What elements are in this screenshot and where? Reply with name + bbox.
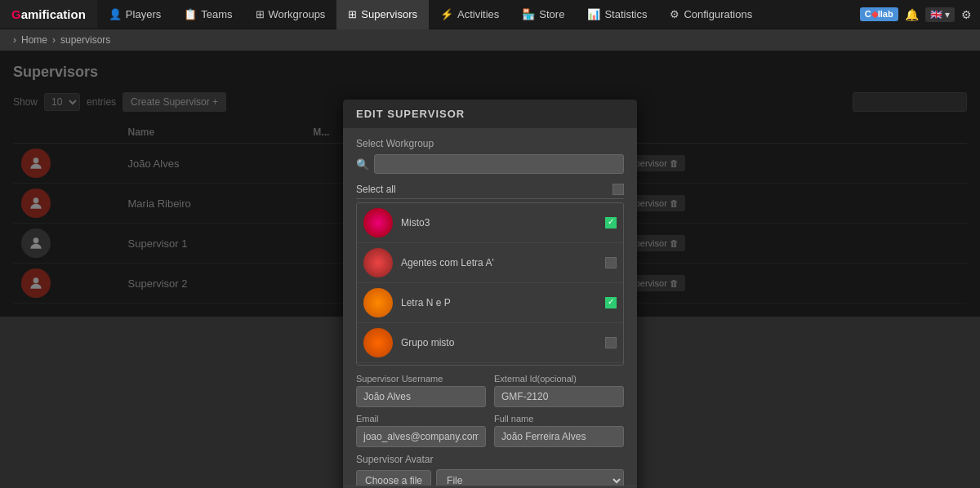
avatar-section: Supervisor Avatar Choose a file File URL (356, 454, 624, 486)
nav-item-configurations[interactable]: ⚙ Configurations (658, 0, 764, 29)
username-label: Supervisor Username (356, 374, 486, 384)
brand-name: Gamification (11, 7, 86, 21)
nav-label-teams: Teams (201, 8, 232, 20)
collab-logo: C◆llab (860, 7, 898, 21)
nav-label-configurations: Configurations (684, 8, 752, 20)
choose-file-button[interactable]: Choose a file (356, 470, 431, 486)
brand-logo[interactable]: Gamification (0, 0, 97, 29)
username-input[interactable] (356, 386, 486, 407)
workgroup-avatar (363, 328, 393, 357)
email-input[interactable] (356, 426, 486, 447)
workgroup-search-row: 🔍 (356, 154, 624, 174)
workgroup-item: Letra N e P (357, 283, 623, 323)
workgroups-icon: ⊞ (256, 8, 265, 20)
fullname-label: Full name (494, 414, 624, 424)
external-id-input[interactable] (494, 386, 624, 407)
file-type-select[interactable]: File URL (436, 469, 624, 486)
breadcrumb: › Home › supervisors (0, 29, 980, 51)
avatar-upload-row: Choose a file File URL (356, 469, 624, 486)
workgroup-checkbox[interactable] (605, 297, 617, 308)
top-nav: Gamification 👤 Players 📋 Teams ⊞ Workgro… (0, 0, 980, 29)
workgroup-label: Select Workgroup (356, 138, 624, 149)
supervisors-icon: ⊞ (348, 8, 357, 20)
breadcrumb-home[interactable]: Home (21, 34, 47, 46)
nav-item-players[interactable]: 👤 Players (97, 0, 172, 29)
breadcrumb-separator: › (52, 34, 56, 46)
nav-item-statistics[interactable]: 📊 Statistics (576, 0, 658, 29)
modal-title: EDIT SUPERVISOR (356, 108, 465, 120)
workgroup-search-input[interactable] (374, 154, 624, 174)
workgroup-item: Misto3 (357, 203, 623, 243)
chevron-right-icon: › (13, 34, 16, 46)
fullname-group: Full name (494, 414, 624, 447)
email-group: Email (356, 414, 486, 447)
breadcrumb-current: supervisors (60, 34, 110, 46)
nav-item-workgroups[interactable]: ⊞ Workgroups (244, 0, 337, 29)
workgroup-item: Grupo misto (357, 323, 623, 363)
workgroup-avatar (363, 208, 393, 237)
email-label: Email (356, 414, 486, 424)
language-selector-button[interactable]: 🇬🇧 ▾ (925, 7, 955, 22)
nav-label-players: Players (126, 8, 161, 20)
nav-label-activities: Activities (457, 8, 499, 20)
select-all-label: Select all (356, 184, 396, 195)
modal-header: EDIT SUPERVISOR (343, 100, 637, 128)
modal-body: Select Workgroup 🔍 Select all Misto3 (343, 128, 637, 486)
external-id-group: External Id(opcional) (494, 374, 624, 407)
notification-bell-button[interactable]: 🔔 (905, 8, 919, 21)
username-row: Supervisor Username External Id(opcional… (356, 374, 624, 407)
settings-gear-button[interactable]: ⚙ (961, 8, 972, 21)
nav-label-workgroups: Workgroups (269, 8, 326, 20)
activities-icon: ⚡ (440, 8, 453, 20)
workgroup-checkbox[interactable] (605, 217, 617, 228)
search-icon: 🔍 (356, 158, 369, 171)
statistics-icon: 📊 (587, 8, 600, 20)
configurations-icon: ⚙ (670, 8, 679, 20)
nav-label-store: Store (539, 8, 564, 20)
workgroup-checkbox[interactable] (605, 337, 617, 348)
select-all-row: Select all (356, 180, 624, 199)
nav-label-supervisors: Supervisors (361, 8, 417, 20)
nav-item-store[interactable]: 🏪 Store (510, 0, 576, 29)
workgroup-name: Agentes com Letra A' (401, 257, 597, 268)
modal-overlay: EDIT SUPERVISOR Select Workgroup 🔍 Selec… (0, 51, 980, 317)
avatar-section-label: Supervisor Avatar (356, 454, 624, 465)
external-id-label: External Id(opcional) (494, 374, 624, 384)
workgroup-avatar (363, 248, 393, 277)
nav-items: 👤 Players 📋 Teams ⊞ Workgroups ⊞ Supervi… (97, 0, 852, 29)
fullname-input[interactable] (494, 426, 624, 447)
workgroup-list: Misto3 Agentes com Letra A' Letra N e P (356, 202, 624, 366)
workgroup-avatar (363, 288, 393, 317)
workgroup-name: Letra N e P (401, 297, 597, 308)
nav-label-statistics: Statistics (604, 8, 647, 20)
nav-item-activities[interactable]: ⚡ Activities (429, 0, 510, 29)
nav-right: C◆llab 🔔 🇬🇧 ▾ ⚙ (852, 7, 980, 22)
workgroup-item: Podences (357, 363, 623, 366)
email-fullname-row: Email Full name (356, 414, 624, 447)
nav-item-teams[interactable]: 📋 Teams (172, 0, 243, 29)
edit-supervisor-modal: EDIT SUPERVISOR Select Workgroup 🔍 Selec… (343, 100, 637, 488)
page-content: Supervisors Show 10 25 50 entries Create… (0, 51, 980, 317)
username-group: Supervisor Username (356, 374, 486, 407)
workgroup-name: Grupo misto (401, 337, 597, 348)
teams-icon: 📋 (184, 8, 197, 20)
store-icon: 🏪 (522, 8, 535, 20)
select-all-checkbox[interactable] (612, 184, 624, 195)
players-icon: 👤 (109, 8, 122, 20)
workgroup-checkbox[interactable] (605, 257, 617, 268)
workgroup-name: Misto3 (401, 217, 597, 228)
nav-item-supervisors[interactable]: ⊞ Supervisors (336, 0, 429, 29)
workgroup-item: Agentes com Letra A' (357, 243, 623, 283)
